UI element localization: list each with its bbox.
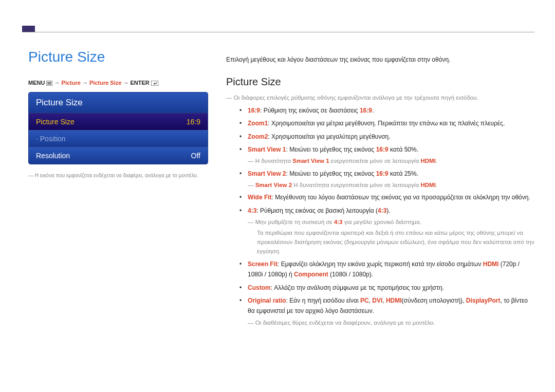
option-hl1: HDMI	[483, 260, 499, 268]
option-text: : Ρύθμιση της εικόνας σε βασική λειτουργ…	[256, 207, 378, 214]
nav-enter-label: ENTER	[130, 80, 149, 86]
option-hl3: HDMI	[386, 297, 402, 304]
menu-icon	[46, 80, 54, 86]
left-footnote: Η εικόνα που εμφανίζεται ενδέχεται να δι…	[28, 172, 208, 179]
option-label: Custom	[248, 284, 271, 291]
list-item: Screen Fit: Εμφανίζει ολόκληρη την εικόν…	[242, 259, 534, 280]
osd-row-resolution[interactable]: Resolution Off	[29, 147, 208, 164]
note-hl2: HDMI	[421, 158, 436, 164]
sub-note: Οι διαθέσιμες θύρες ενδέχεται να διαφέρο…	[248, 318, 534, 327]
list-item: 16:9: Ρύθμιση της εικόνας σε διαστάσεις …	[242, 105, 534, 116]
option-hl2: DVI	[372, 297, 382, 304]
header-rule	[22, 32, 534, 32]
sub-desc: Τα περιθώρια που εμφανίζονται αριστερά κ…	[248, 228, 534, 256]
note-mid: Η δυνατότητα ενεργοποιείται μόνο σε λειτ…	[292, 182, 420, 188]
nav-picture-size: Picture Size	[89, 80, 121, 86]
option-label: Smart View 2	[248, 170, 286, 177]
section-heading: Picture Size	[226, 76, 534, 88]
option-hl2: Component	[294, 271, 328, 278]
option-label: Wide Fit	[248, 194, 272, 201]
list-item: Zoom2: Χρησιμοποιείται για μεγαλύτερη με…	[242, 132, 534, 142]
option-label: Zoom2	[248, 133, 268, 140]
intro-text: Επιλογή μεγέθους και λόγου διαστάσεων τη…	[226, 55, 534, 65]
sep2: ,	[382, 297, 386, 304]
option-tail: 16:9	[360, 107, 372, 114]
sub-note: Μην ρυθμίζετε τη συσκευή σε 4:3 για μεγά…	[248, 217, 534, 227]
option-text: : Ρύθμιση της εικόνας σε διαστάσεις	[260, 107, 360, 114]
note-hl: 4:3	[334, 219, 343, 225]
list-item: Smart View 1: Μειώνει το μέγεθος της εικ…	[242, 144, 534, 166]
option-label: Smart View 1	[248, 146, 286, 153]
note-post: για μεγάλο χρονικό διάστημα.	[343, 219, 421, 225]
osd-row-value: 16:9	[187, 118, 200, 126]
option-text: : Μειώνει το μέγεθος της εικόνας	[286, 146, 376, 153]
right-column: Επιλογή μεγέθους και λόγου διαστάσεων τη…	[226, 49, 534, 330]
list-item: Smart View 2: Μειώνει το μέγεθος της εικ…	[242, 169, 534, 190]
option-text: : Χρησιμοποιείται για μεγαλύτερη μεγέθυν…	[268, 133, 390, 140]
note-end: .	[436, 182, 437, 188]
osd-row-label: Position	[36, 135, 66, 143]
options-list: 16:9: Ρύθμιση της εικόνας σε διαστάσεις …	[226, 105, 534, 327]
list-item: 4:3: Ρύθμιση της εικόνας σε βασική λειτο…	[242, 206, 534, 256]
option-mid: 4:3	[378, 207, 386, 214]
list-item: Zoom1: Χρησιμοποιείται για μέτρια μεγέθυ…	[242, 118, 534, 128]
option-hl1: PC	[360, 297, 369, 304]
osd-panel: Picture Size Picture Size 16:9 Position …	[28, 92, 208, 164]
option-text: : Εάν η πηγή εισόδου είναι	[286, 297, 360, 304]
option-mid: 16:9	[376, 146, 388, 153]
sub-note: Η δυνατότητα Smart View 1 ενεργοποιείται…	[248, 156, 534, 165]
list-item: Custom: Αλλάζει την ανάλυση σύμφωνα με τ…	[242, 283, 534, 293]
option-text: : Εμφανίζει ολόκληρη την εικόνα χωρίς πε…	[278, 260, 483, 268]
option-text: : Χρησιμοποιείται για μέτρια μεγέθυνση. …	[268, 120, 505, 127]
note-hl: Smart View 2	[255, 182, 292, 188]
osd-title: Picture Size	[29, 92, 208, 113]
page-title: Picture Size	[28, 49, 208, 65]
note-hl: Smart View 1	[292, 158, 329, 164]
option-label: Screen Fit	[248, 260, 278, 268]
osd-row-picture-size[interactable]: Picture Size 16:9	[29, 113, 208, 130]
option-end: (1080i / 1080p).	[328, 271, 373, 278]
option-label: Zoom1	[248, 120, 268, 127]
option-text2: κατά 25%.	[388, 170, 418, 177]
option-mid: (σύνδεση υπολογιστή),	[402, 297, 466, 304]
top-note: Οι διάφορες επιλογές ρύθμισης οθόνης εμφ…	[226, 93, 534, 103]
option-text: : Αλλάζει την ανάλυση σύμφωνα με τις προ…	[271, 284, 444, 291]
list-item: Original ratio: Εάν η πηγή εισόδου είναι…	[242, 295, 534, 327]
osd-row-label: Resolution	[36, 152, 70, 160]
enter-icon	[151, 80, 158, 86]
page-content: Picture Size MENU → Picture → Picture Si…	[28, 49, 534, 330]
note-end: .	[436, 158, 437, 164]
osd-row-value: Off	[191, 152, 200, 160]
svg-rect-4	[151, 81, 158, 86]
option-text: : Μεγέθυνση του λόγου διαστάσεων της εικ…	[272, 194, 530, 201]
option-end: .	[372, 107, 374, 114]
note-mid: ενεργοποιείται μόνο σε λειτουργία	[329, 158, 421, 164]
note-pre: Μην ρυθμίζετε τη συσκευή σε	[255, 219, 334, 225]
osd-row-position[interactable]: Position	[29, 130, 208, 147]
option-label: 4:3	[248, 207, 256, 214]
option-hl4: DisplayPort	[466, 297, 501, 304]
option-text: : Μειώνει το μέγεθος της εικόνας	[286, 170, 376, 177]
nav-menu-label: MENU	[28, 80, 45, 86]
breadcrumb: MENU → Picture → Picture Size → ENTER	[28, 80, 208, 86]
option-text2: κατά 50%.	[388, 146, 418, 153]
option-mid: 16:9	[376, 170, 388, 177]
note-pre: Η δυνατότητα	[255, 158, 293, 164]
left-column: Picture Size MENU → Picture → Picture Si…	[28, 49, 208, 330]
osd-row-label: Picture Size	[36, 118, 75, 126]
nav-picture: Picture	[62, 80, 81, 86]
sub-note: Smart View 2 Η δυνατότητα ενεργοποιείται…	[248, 180, 534, 190]
list-item: Wide Fit: Μεγέθυνση του λόγου διαστάσεων…	[242, 192, 534, 202]
note-hl2: HDMI	[421, 182, 436, 188]
option-label: Original ratio	[248, 297, 286, 304]
option-label: 16:9	[248, 107, 260, 114]
option-end: ).	[386, 207, 390, 214]
